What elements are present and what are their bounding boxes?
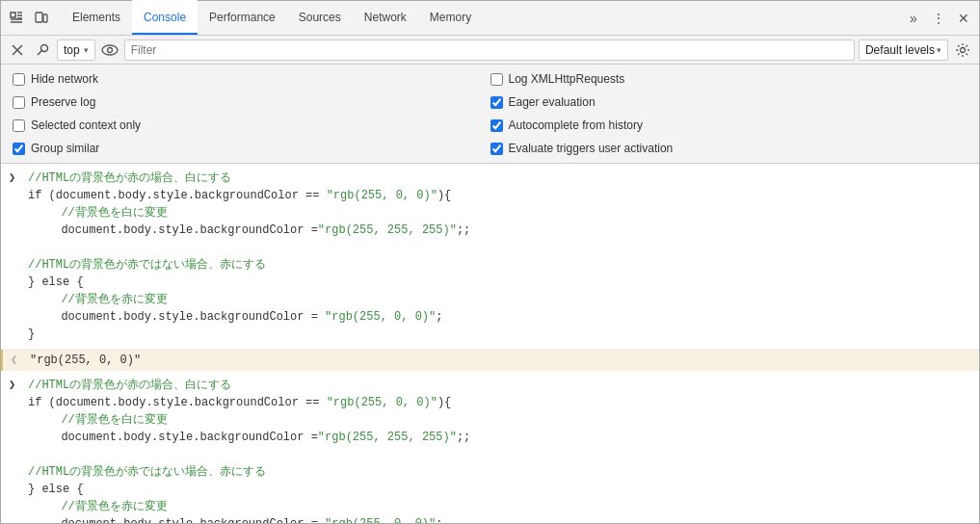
- code-content-1: //HTMLの背景色が赤の場合、白にする if (document.body.s…: [28, 170, 478, 343]
- preserve-log-checkbox[interactable]: [13, 96, 25, 109]
- code-line: } else {: [28, 481, 470, 498]
- group-similar-label: Group similar: [31, 142, 99, 155]
- code-line: //背景色を赤に変更: [28, 291, 470, 308]
- settings-panel: Hide network Preserve log Selected conte…: [1, 65, 979, 164]
- close-icon: ✕: [958, 11, 969, 26]
- context-arrow: ▾: [84, 45, 89, 55]
- input-prompt-1: ❯: [9, 170, 20, 187]
- context-value: top: [64, 43, 80, 57]
- svg-point-14: [961, 47, 966, 52]
- top-bar: Elements Console Performance Sources Net…: [1, 1, 979, 36]
- more-options-icon: ⋮: [932, 11, 945, 26]
- devtools-window: Elements Console Performance Sources Net…: [0, 0, 980, 524]
- svg-line-11: [38, 50, 42, 55]
- group-similar-checkbox[interactable]: [13, 143, 25, 155]
- top-bar-actions: » ⋮ ✕: [902, 7, 975, 30]
- more-tabs-icon: »: [910, 11, 917, 26]
- eager-eval-option[interactable]: Eager evaluation: [490, 92, 968, 113]
- svg-point-12: [102, 45, 118, 55]
- svg-rect-7: [43, 14, 47, 22]
- selected-context-checkbox[interactable]: [13, 119, 25, 132]
- evaluate-triggers-option[interactable]: Evaluate triggers user activation: [490, 138, 968, 159]
- code-line: //HTMLの背景色が赤の場合、白にする: [28, 377, 470, 394]
- code-line: //HTMLの背景色が赤の場合、白にする: [28, 170, 470, 187]
- settings-right-col: Log XMLHttpRequests Eager evaluation Aut…: [490, 68, 968, 159]
- tab-network[interactable]: Network: [353, 0, 418, 35]
- hide-network-option[interactable]: Hide network: [13, 68, 490, 90]
- hide-network-checkbox[interactable]: [13, 73, 25, 86]
- tabs: Elements Console Performance Sources Net…: [61, 1, 898, 35]
- tab-memory[interactable]: Memory: [418, 0, 483, 35]
- log-levels-arrow: ▾: [937, 45, 941, 55]
- log-xmlhttp-checkbox[interactable]: [490, 73, 503, 86]
- autocomplete-history-option[interactable]: Autocomplete from history: [490, 115, 968, 136]
- more-options-button[interactable]: ⋮: [927, 7, 950, 30]
- close-devtools-button[interactable]: ✕: [952, 7, 975, 30]
- output-value-1: "rgb(255, 0, 0)": [30, 352, 141, 369]
- code-line: document.body.style.backgroundColor = "r…: [28, 308, 470, 326]
- input-prompt-2: ❯: [9, 377, 20, 394]
- log-levels-value: Default levels: [865, 43, 935, 57]
- context-selector[interactable]: top ▾: [57, 39, 95, 61]
- eager-eval-checkbox[interactable]: [490, 96, 503, 109]
- preserve-log-option[interactable]: Preserve log: [13, 92, 490, 113]
- code-line: if (document.body.style.backgroundColor …: [28, 394, 470, 411]
- clear-console-button[interactable]: [7, 39, 28, 61]
- evaluate-triggers-label: Evaluate triggers user activation: [509, 142, 674, 155]
- log-xmlhttp-option[interactable]: Log XMLHttpRequests: [490, 68, 968, 90]
- code-line: //HTMLの背景色が赤ではない場合、赤にする: [28, 463, 470, 481]
- selected-context-option[interactable]: Selected context only: [13, 115, 490, 136]
- console-output-1: ❮ "rgb(255, 0, 0)": [1, 350, 979, 371]
- live-expressions-button[interactable]: [99, 39, 120, 61]
- code-line: document.body.style.backgroundColor = "r…: [28, 515, 470, 523]
- console-input-prompt-2: ❯ //HTMLの背景色が赤の場合、白にする if (document.body…: [1, 375, 979, 523]
- console-settings-button[interactable]: [952, 39, 973, 61]
- code-line: //背景色を白に変更: [28, 411, 470, 429]
- autocomplete-history-checkbox[interactable]: [490, 119, 503, 132]
- code-line: [28, 446, 470, 463]
- code-line: } else {: [28, 274, 470, 291]
- tab-elements[interactable]: Elements: [61, 0, 132, 35]
- group-similar-option[interactable]: Group similar: [13, 138, 490, 159]
- output-prompt-1: ❮: [11, 352, 22, 369]
- selected-context-label: Selected context only: [31, 118, 141, 132]
- code-line: if (document.body.style.backgroundColor …: [28, 187, 470, 204]
- code-line: //背景色を白に変更: [28, 204, 470, 222]
- log-levels-selector[interactable]: Default levels ▾: [859, 39, 948, 61]
- more-tabs-button[interactable]: »: [902, 7, 925, 30]
- tab-performance[interactable]: Performance: [198, 0, 287, 35]
- inspect-element-button[interactable]: [5, 7, 28, 30]
- code-line: //HTMLの背景色が赤ではない場合、赤にする: [28, 256, 470, 274]
- evaluate-triggers-checkbox[interactable]: [490, 143, 503, 155]
- tab-console[interactable]: Console: [132, 0, 198, 35]
- console-toolbar: top ▾ Default levels ▾: [1, 36, 979, 65]
- filter-icon: [32, 39, 53, 61]
- svg-rect-6: [36, 13, 42, 22]
- tab-sources[interactable]: Sources: [287, 0, 353, 35]
- console-block-1: ❯ //HTMLの背景色が赤の場合、白にする if (document.body…: [1, 164, 979, 350]
- device-toggle-button[interactable]: [30, 7, 53, 30]
- code-content-2: //HTMLの背景色が赤の場合、白にする if (document.body.s…: [28, 377, 478, 523]
- autocomplete-history-label: Autocomplete from history: [509, 118, 643, 132]
- log-xmlhttp-label: Log XMLHttpRequests: [509, 72, 625, 86]
- hide-network-label: Hide network: [31, 72, 98, 86]
- preserve-log-label: Preserve log: [31, 95, 95, 109]
- settings-left-col: Hide network Preserve log Selected conte…: [13, 68, 490, 159]
- code-line: }: [28, 326, 470, 343]
- console-block-2: ❯ //HTMLの背景色が赤の場合、白にする if (document.body…: [1, 371, 979, 523]
- code-line: document.body.style.backgroundColor ="rg…: [28, 222, 470, 239]
- svg-rect-0: [11, 13, 15, 17]
- console-input-prompt-1: ❯ //HTMLの背景色が赤の場合、白にする if (document.body…: [1, 168, 979, 345]
- eager-eval-label: Eager evaluation: [509, 95, 596, 109]
- filter-input[interactable]: [124, 39, 855, 61]
- svg-point-13: [107, 47, 112, 52]
- code-line: //背景色を赤に変更: [28, 498, 470, 515]
- console-output-area[interactable]: ❯ //HTMLの背景色が赤の場合、白にする if (document.body…: [1, 164, 979, 523]
- code-line: [28, 239, 470, 256]
- code-line: document.body.style.backgroundColor ="rg…: [28, 429, 470, 446]
- top-bar-icons: [5, 7, 53, 30]
